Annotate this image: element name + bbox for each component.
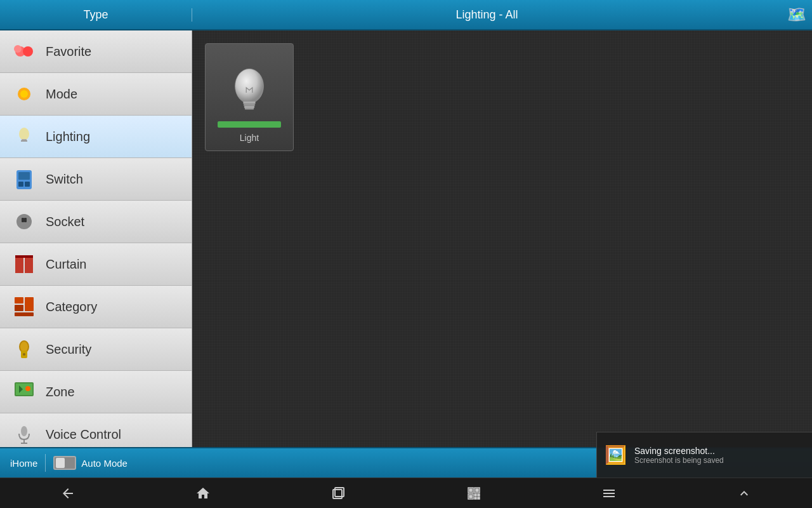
svg-rect-44 [469,495,472,498]
header-title: Lighting - All [192,8,782,22]
sidebar-item-label-security: Security [46,342,91,357]
svg-rect-19 [15,305,23,311]
category-icon [10,293,38,321]
ihome-label: iHome [10,458,37,469]
svg-rect-21 [15,312,34,316]
svg-point-29 [21,426,27,436]
light-card-label: Light [240,133,259,143]
sidebar-item-label-category: Category [46,300,97,314]
sidebar-item-label-mode: Mode [46,87,77,102]
home-button[interactable] [188,478,218,509]
main-area: FavoriteModeLightingSwitchSocketCurtainC… [0,30,812,447]
sidebar-item-voice_control[interactable]: Voice Control [0,413,192,447]
svg-rect-34 [244,104,255,106]
sidebar-item-mode[interactable]: Mode [0,73,192,116]
sidebar-item-label-voice_control: Voice Control [46,427,121,442]
svg-point-28 [25,386,30,391]
security-icon [10,335,38,363]
svg-rect-45 [475,494,476,496]
map-icon[interactable]: 🗺️ [782,6,812,23]
auto-mode-label: Auto Mode [81,458,128,469]
toast-text: Saving screenshot... Screenshot is being… [634,446,724,465]
menu-button[interactable] [594,478,624,509]
sidebar-item-label-zone: Zone [46,385,75,399]
sidebar-item-socket[interactable]: Socket [0,201,192,243]
svg-point-1 [23,46,33,57]
screenshot-toast: 🖼️ Saving screenshot... Screenshot is be… [596,432,812,478]
sidebar-item-security[interactable]: Security [0,328,192,371]
bulb-image [224,64,275,121]
sidebar-item-label-socket: Socket [46,215,84,229]
up-button[interactable] [729,478,759,509]
sidebar: FavoriteModeLightingSwitchSocketCurtainC… [0,30,192,447]
toast-subtitle: Screenshot is being saved [634,456,724,465]
svg-point-24 [23,353,25,356]
header-type-label: Type [0,8,192,22]
header: Type Lighting - All 🗺️ [0,0,812,30]
sidebar-item-lighting[interactable]: Lighting [0,116,192,158]
svg-rect-36 [245,108,254,109]
svg-rect-17 [25,258,33,273]
svg-rect-30 [23,439,25,443]
svg-rect-10 [18,182,23,187]
svg-rect-47 [475,497,476,499]
sidebar-item-label-switch: Switch [46,172,83,187]
sidebar-item-switch[interactable]: Switch [0,158,192,201]
toast-icon: 🖼️ [605,444,627,465]
socket-icon [10,208,38,236]
auto-mode-toggle[interactable]: Auto Mode [53,456,128,470]
sidebar-item-curtain[interactable]: Curtain [0,243,192,286]
sidebar-item-label-favorite: Favorite [46,44,91,59]
toggle-knob [56,458,65,468]
svg-rect-13 [22,218,24,222]
nav-bar [0,478,812,508]
recents-button[interactable] [323,478,353,509]
back-button[interactable] [53,478,83,509]
light-level-bar [218,121,281,128]
switch-icon [10,165,38,193]
sidebar-item-category[interactable]: Category [0,286,192,328]
toast-title: Saving screenshot... [634,446,724,456]
svg-rect-11 [25,182,30,187]
sidebar-item-label-lighting: Lighting [46,130,90,144]
sidebar-item-label-curtain: Curtain [46,257,86,272]
svg-rect-46 [478,494,480,496]
svg-point-32 [235,69,264,103]
svg-point-5 [19,128,29,140]
lighting-icon [10,123,38,150]
auto-mode-switch[interactable] [53,456,76,470]
svg-rect-40 [469,489,472,491]
sidebar-item-zone[interactable]: Zone [0,371,192,413]
svg-rect-18 [15,297,23,304]
qr-button[interactable] [459,478,489,509]
sidebar-item-favorite[interactable]: Favorite [0,30,192,73]
svg-point-2 [14,45,22,53]
favorite-icon [10,37,38,65]
svg-rect-20 [25,297,34,311]
svg-rect-7 [21,140,27,142]
bottom-divider [45,454,46,472]
svg-rect-9 [18,172,30,180]
svg-rect-33 [243,102,255,104]
svg-rect-35 [244,106,254,108]
svg-rect-42 [476,489,478,491]
zone-icon [10,378,38,406]
svg-rect-14 [24,218,27,222]
svg-rect-31 [21,443,27,444]
content-area: Light [192,30,812,447]
voice_control-icon [10,420,38,447]
device-card-light[interactable]: Light [205,43,294,151]
svg-rect-16 [15,258,23,273]
mode-icon [10,80,38,108]
svg-rect-15 [15,255,33,258]
svg-point-4 [20,90,28,98]
svg-rect-48 [478,497,480,499]
curtain-icon [10,250,38,278]
